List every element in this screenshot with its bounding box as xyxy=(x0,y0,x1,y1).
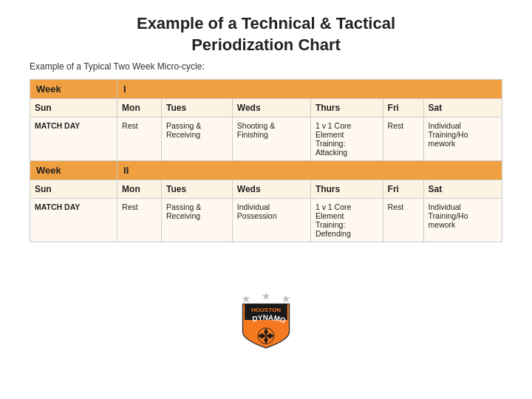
week2-cell0: MATCH DAY xyxy=(30,199,117,242)
svg-marker-0 xyxy=(242,295,250,302)
logo-area: HOUSTON DYNAMO xyxy=(233,248,299,392)
title-line1: Example of a Technical & Tactical xyxy=(137,14,395,33)
week2-day5: Fri xyxy=(383,180,423,199)
week1-day5: Fri xyxy=(383,99,423,117)
week2-number: II xyxy=(117,161,502,180)
week2-cell6: IndividualTraining/Homework xyxy=(423,199,502,242)
week2-data-row: MATCH DAY Rest Passing &Receiving Indivi… xyxy=(30,199,502,242)
week1-day3: Weds xyxy=(232,99,310,117)
week1-data-row: MATCH DAY Rest Passing &Receiving Shooti… xyxy=(30,117,502,161)
week1-day1: Mon xyxy=(117,99,162,117)
periodization-table: Week I Sun Mon Tues Weds Thurs Fri Sat M… xyxy=(30,79,502,242)
week1-day4: Thurs xyxy=(310,99,383,117)
svg-marker-1 xyxy=(262,292,270,299)
subtitle: Example of a Typical Two Week Micro-cycl… xyxy=(30,61,205,72)
week2-day2: Tues xyxy=(161,180,232,199)
week2-day6: Sat xyxy=(423,180,502,199)
week2-cell1: Rest xyxy=(117,199,162,242)
week2-cell5: Rest xyxy=(383,199,423,242)
page: Example of a Technical & Tactical Period… xyxy=(0,0,532,399)
week1-header-row: Week I xyxy=(30,80,502,99)
week2-day4: Thurs xyxy=(310,180,383,199)
week1-day6: Sat xyxy=(423,99,502,117)
week2-cell2: Passing &Receiving xyxy=(161,199,232,242)
week2-header-row: Week II xyxy=(30,161,502,180)
week1-day0: Sun xyxy=(30,99,117,117)
week1-cell1: Rest xyxy=(117,117,162,161)
week1-cell5: Rest xyxy=(383,117,423,161)
week2-cell4: 1 v 1 CoreElementTraining:Defending xyxy=(310,199,383,242)
week2-day0: Sun xyxy=(30,180,117,199)
svg-marker-2 xyxy=(282,295,290,302)
week1-number: I xyxy=(117,80,502,99)
week1-cell2: Passing &Receiving xyxy=(161,117,232,161)
week2-days-row: Sun Mon Tues Weds Thurs Fri Sat xyxy=(30,180,502,199)
week2-day3: Weds xyxy=(232,180,310,199)
week2-label: Week xyxy=(30,161,117,180)
week2-cell3: IndividualPossession xyxy=(232,199,310,242)
week1-days-row: Sun Mon Tues Weds Thurs Fri Sat xyxy=(30,99,502,117)
title-line2: Periodization Chart xyxy=(191,35,341,54)
week1-cell3: Shooting &Finishing xyxy=(232,117,310,161)
week1-cell0: MATCH DAY xyxy=(30,117,117,161)
svg-text:HOUSTON: HOUSTON xyxy=(251,307,281,313)
main-title: Example of a Technical & Tactical Period… xyxy=(137,13,395,55)
week1-label: Week xyxy=(30,80,117,99)
week1-cell6: IndividualTraining/Homework xyxy=(423,117,502,161)
week1-day2: Tues xyxy=(161,99,232,117)
week2-day1: Mon xyxy=(117,180,162,199)
week1-cell4: 1 v 1 CoreElementTraining:Attacking xyxy=(310,117,383,161)
dynamo-logo-svg: HOUSTON DYNAMO xyxy=(233,287,299,353)
